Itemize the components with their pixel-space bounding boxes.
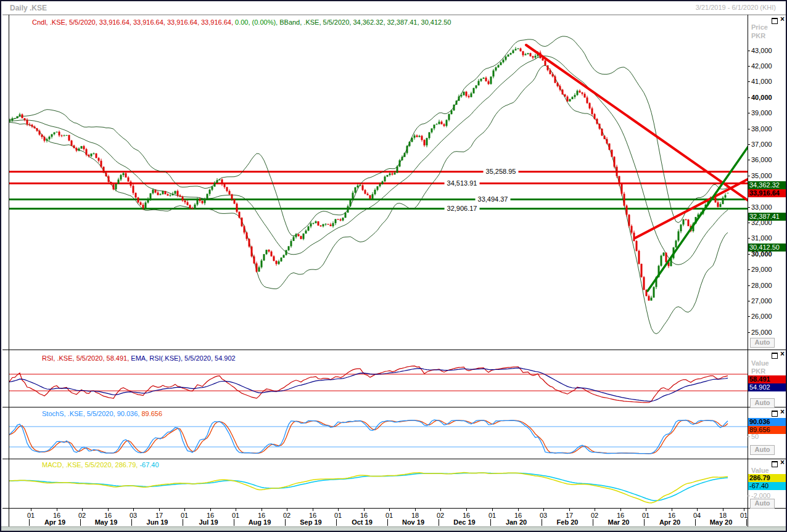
day-axis-label: 16 (459, 512, 473, 519)
macd-study (1, 473, 728, 503)
price-tick-label: 36,000 (751, 156, 772, 163)
price-tick-mark (748, 301, 750, 301)
day-tick-mark (672, 509, 672, 511)
day-axis-label: 01 (24, 512, 38, 519)
day-tick-mark (620, 509, 621, 511)
change-legend-text: 0.00, (0.00%), (235, 18, 278, 26)
month-axis-label: Nov 19 (389, 518, 437, 526)
day-axis-label: 16 (306, 512, 319, 519)
bollinger-bands (1, 36, 728, 334)
month-separator (80, 519, 81, 526)
rsi-auto-scale-button[interactable]: Auto (750, 398, 775, 408)
level-line-label[interactable]: 33,494.37 (476, 195, 511, 203)
day-axis-label: 16 (614, 512, 627, 519)
day-axis-label: 18 (408, 512, 422, 519)
stoch-maximize-icon[interactable] (772, 411, 778, 417)
level-line-label[interactable]: 35,258.95 (484, 168, 519, 175)
price-axis-unit: Price (751, 23, 768, 31)
day-axis-label: 16 (255, 512, 268, 519)
stoch-auto-scale-button[interactable]: Auto (750, 445, 775, 455)
day-tick-mark (723, 509, 723, 511)
window-title: Daily .KSE (10, 4, 47, 12)
day-axis-label: 01 (485, 512, 499, 519)
month-axis-label: Jul 19 (184, 518, 233, 526)
day-axis-label: 16 (204, 512, 217, 519)
price-tick-mark (748, 51, 750, 51)
day-tick-mark (744, 509, 744, 511)
price-tick-mark (748, 254, 750, 255)
month-axis-label: Dec 19 (440, 518, 488, 526)
macd-value-badge: -67.40 (748, 482, 787, 490)
macd-value-badge: 286.79 (748, 474, 787, 482)
horizontal-scrollbar[interactable] (1, 526, 786, 532)
price-tick-mark (748, 81, 750, 82)
day-tick-mark (543, 509, 544, 511)
month-separator (695, 519, 696, 526)
month-separator (439, 519, 439, 526)
price-legend: Cndl, .KSE, 5/5/2020, 33,916.64, 33,916.… (32, 18, 451, 26)
price-close-icon[interactable]: × (780, 16, 786, 23)
price-tick-mark (748, 144, 750, 145)
macd-maximize-icon[interactable] (772, 461, 778, 467)
price-value-badge: 34,362.32 (748, 181, 787, 189)
price-tick-label: 39,000 (751, 109, 772, 117)
macd-auto-scale-button[interactable]: Auto (750, 499, 775, 509)
price-tick-label: 35,000 (751, 172, 772, 179)
rsi-study (1, 366, 748, 403)
price-tick-label: 31,000 (751, 234, 772, 242)
price-tick-mark (748, 332, 750, 333)
day-axis-label: 01 (639, 512, 653, 519)
price-tick-label: 43,000 (751, 47, 772, 54)
day-axis-label: 16 (357, 512, 371, 519)
price-tick-mark (748, 207, 750, 208)
price-maximize-icon[interactable] (772, 18, 778, 24)
month-separator (644, 519, 645, 526)
macd-close-icon[interactable]: × (780, 459, 786, 466)
price-auto-scale-button[interactable]: Auto (750, 338, 775, 348)
rsi-axis-unit: Value (751, 359, 769, 367)
day-tick-mark (236, 509, 236, 511)
day-tick-mark (262, 509, 262, 511)
day-tick-mark (57, 509, 57, 511)
month-separator (336, 519, 337, 526)
day-axis-label: 03 (537, 512, 550, 519)
day-tick-mark (466, 509, 467, 511)
rsi-maximize-icon[interactable] (772, 353, 778, 359)
stoch-d-legend-text: 89.656 (141, 410, 162, 417)
month-axis-label: May 20 (697, 518, 745, 526)
rsi-value-badge: 54.902 (748, 383, 787, 391)
stoch-close-icon[interactable]: × (780, 409, 786, 415)
stoch-k-legend-text: StochS, .KSE, 5/5/2020, 90.036, (42, 410, 139, 417)
price-tick-label: 33,000 (751, 203, 772, 211)
day-axis-label: 02 (280, 512, 294, 519)
day-tick-mark (697, 509, 698, 511)
level-line-label[interactable]: 32,906.17 (445, 205, 480, 212)
day-axis-label: 16 (101, 512, 115, 519)
day-tick-mark (287, 509, 287, 511)
price-tick-mark (748, 97, 750, 98)
month-separator (234, 519, 234, 526)
macd-legend: MACD, .KSE, 5/5/2020, 286.79, -67.40 (42, 461, 159, 469)
day-tick-mark (184, 509, 185, 511)
month-axis-label: Apr 20 (646, 518, 694, 526)
day-axis-label: 02 (588, 512, 601, 519)
day-tick-mark (646, 509, 646, 511)
rsi-ema-legend-text: EMA, RSI(.KSE), 5/5/2020, 54.902 (131, 354, 235, 362)
day-axis-label: 01 (331, 512, 345, 519)
trend-lines[interactable] (526, 45, 749, 291)
price-tick-label: 29,000 (751, 266, 772, 273)
level-line-label[interactable]: 34,513.91 (445, 179, 480, 187)
date-range-label: 3/21/2019 - 6/1/2020 (KHI) (696, 4, 776, 11)
month-separator (593, 519, 593, 526)
price-tick-label: 41,000 (751, 78, 772, 85)
rsi-legend-text: RSI, .KSE, 5/5/2020, 58.491, (42, 354, 129, 362)
price-tick-mark (748, 316, 750, 317)
month-axis-label: Jun 19 (133, 518, 181, 526)
month-axis-label: Aug 19 (236, 518, 284, 526)
bband-legend-text: BBand, .KSE, 5/5/2020, 34,362.32, 32,387… (279, 18, 451, 26)
price-tick-mark (748, 238, 750, 239)
rsi-close-icon[interactable]: × (780, 351, 786, 358)
month-separator (542, 519, 542, 526)
stoch-mid-tick-mark (748, 436, 750, 437)
rsi-value-badge: 58.491 (748, 375, 787, 383)
